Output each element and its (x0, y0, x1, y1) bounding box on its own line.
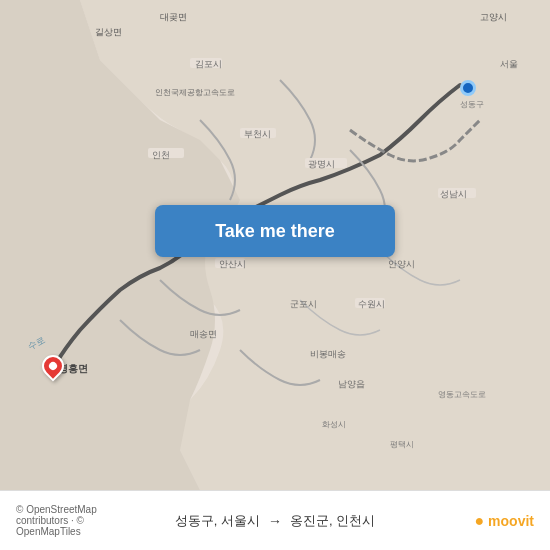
map-container: 김포시 인천 부천시 광명시 안산시 수원시 성남시 과천시 안양시 군포시 매… (0, 0, 550, 490)
svg-text:매송면: 매송면 (190, 329, 217, 339)
destination-marker (42, 355, 64, 377)
take-me-there-button[interactable]: Take me there (155, 205, 395, 257)
svg-text:인천: 인천 (152, 150, 170, 160)
route-info: 성동구, 서울시 → 옹진군, 인천시 (146, 512, 405, 530)
moovit-brand-text: moovit (488, 513, 534, 529)
svg-text:길상면: 길상면 (95, 27, 122, 37)
svg-text:서울: 서울 (500, 59, 518, 69)
svg-text:김포시: 김포시 (195, 59, 222, 69)
svg-text:남양읍: 남양읍 (338, 379, 365, 389)
svg-text:성남시: 성남시 (440, 189, 467, 199)
origin-marker (460, 80, 476, 96)
svg-text:안양시: 안양시 (388, 259, 415, 269)
svg-text:대곶면: 대곶면 (160, 12, 187, 22)
from-location-label: 성동구, 서울시 (175, 512, 260, 530)
svg-text:군포시: 군포시 (290, 299, 317, 309)
svg-text:광명시: 광명시 (308, 159, 335, 169)
to-location-label: 옹진군, 인천시 (290, 512, 375, 530)
svg-text:성동구: 성동구 (460, 100, 484, 109)
svg-text:비봉매송: 비봉매송 (310, 349, 346, 359)
moovit-logo: ● moovit (405, 512, 535, 530)
svg-text:화성시: 화성시 (322, 420, 346, 429)
bottom-bar: © OpenStreetMap contributors · © OpenMap… (0, 490, 550, 550)
svg-text:인천국제공항고속도로: 인천국제공항고속도로 (155, 88, 235, 97)
svg-text:평택시: 평택시 (390, 440, 414, 449)
moovit-icon: ● (474, 512, 484, 530)
svg-text:고양시: 고양시 (480, 12, 507, 22)
svg-text:영동고속도로: 영동고속도로 (438, 390, 486, 399)
route-arrow-icon: → (268, 513, 282, 529)
svg-text:안산시: 안산시 (219, 259, 246, 269)
svg-text:부천시: 부천시 (244, 129, 271, 139)
svg-text:수원시: 수원시 (358, 299, 385, 309)
copyright-text: © OpenStreetMap contributors · © OpenMap… (16, 504, 146, 537)
